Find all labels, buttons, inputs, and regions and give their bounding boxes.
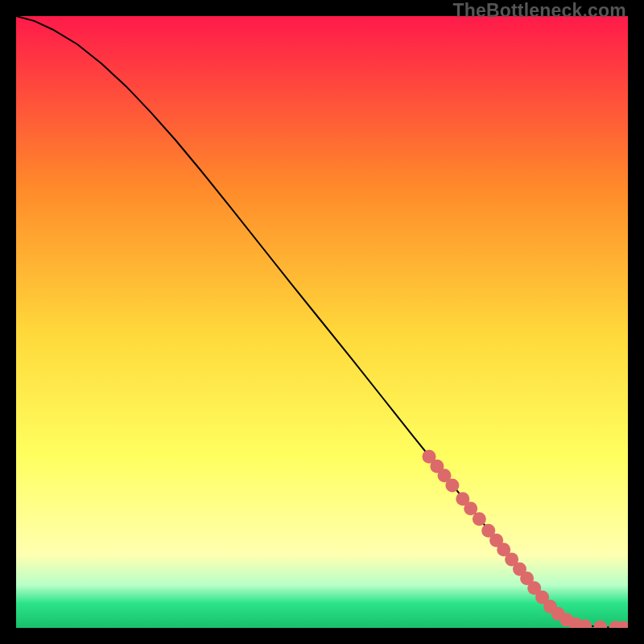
watermark-text: TheBottleneck.com xyxy=(452,0,626,22)
plot-svg xyxy=(16,16,628,628)
chart-stage: TheBottleneck.com xyxy=(0,0,644,644)
plot-frame xyxy=(16,16,628,628)
data-marker xyxy=(473,512,486,526)
data-marker xyxy=(445,478,459,492)
